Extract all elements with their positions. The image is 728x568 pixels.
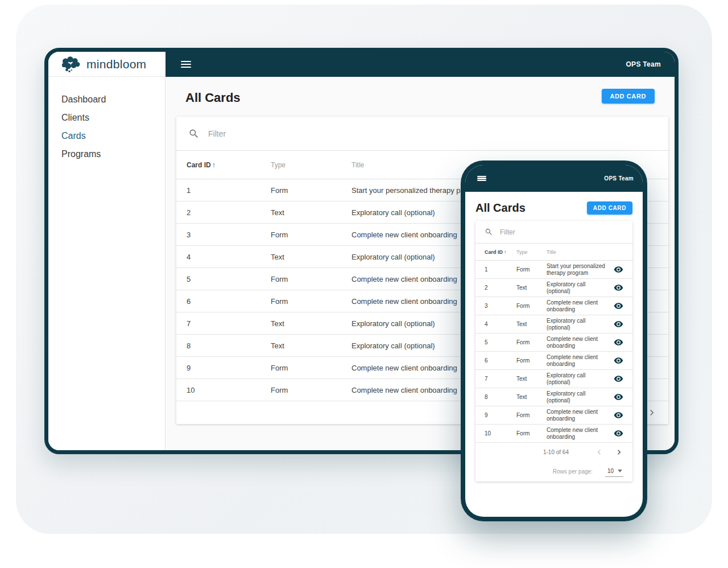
mobile-table-header-row: Card ID↑ Type Title bbox=[475, 244, 632, 261]
cell-type: Form bbox=[271, 297, 351, 306]
mobile-cell-type: Form bbox=[516, 430, 547, 437]
mobile-page-title: All Cards bbox=[475, 201, 526, 215]
mobile-column-header-card-id[interactable]: Card ID↑ bbox=[485, 249, 516, 255]
user-team-label[interactable]: OPS Team bbox=[626, 60, 661, 68]
view-card-eye-icon[interactable] bbox=[612, 337, 623, 347]
sidebar-item[interactable]: Programs bbox=[48, 145, 165, 163]
view-card-eye-icon[interactable] bbox=[612, 265, 623, 274]
mobile-cell-type: Form bbox=[516, 412, 547, 418]
sidebar-item-label: Dashboard bbox=[61, 94, 106, 104]
mobile-table-row: 5 Form Complete new client onboarding bbox=[475, 334, 632, 352]
mobile-user-team-label[interactable]: OPS Team bbox=[604, 175, 634, 182]
mobile-pagination: 1-10 of 64 bbox=[475, 443, 632, 461]
mobile-cell-type: Text bbox=[516, 321, 547, 327]
sort-ascending-icon: ↑ bbox=[212, 161, 216, 169]
cell-type: Text bbox=[271, 253, 351, 261]
view-card-eye-icon[interactable] bbox=[612, 429, 623, 438]
view-card-eye-icon[interactable] bbox=[612, 319, 623, 329]
cell-type: Text bbox=[271, 319, 351, 328]
sidebar-item[interactable]: Dashboard bbox=[48, 90, 165, 109]
filter-input[interactable] bbox=[208, 129, 668, 138]
mobile-table-row: 1 Form Start your personalized therapy p… bbox=[475, 261, 632, 279]
mobile-cell-title: Complete new client onboarding bbox=[547, 427, 612, 441]
rows-per-page-label: Rows per page: bbox=[553, 468, 593, 475]
mobile-column-header-title[interactable]: Title bbox=[547, 249, 623, 256]
rows-per-page-select[interactable]: 10 bbox=[605, 466, 623, 477]
mobile-cards-table-card: Card ID↑ Type Title 1 Form Start your pe… bbox=[475, 221, 632, 481]
mobile-menu-icon[interactable] bbox=[477, 176, 486, 182]
mobile-cell-card-id: 8 bbox=[485, 394, 516, 400]
brain-logo-icon bbox=[61, 56, 81, 73]
brand-logo[interactable]: mindbloom bbox=[48, 52, 166, 77]
mobile-cell-title: Complete new client onboarding bbox=[547, 354, 612, 368]
mobile-cell-type: Form bbox=[516, 303, 547, 309]
mobile-cell-type: Text bbox=[516, 376, 547, 382]
cell-card-id: 9 bbox=[187, 364, 271, 372]
view-card-eye-icon[interactable] bbox=[612, 374, 623, 384]
view-card-eye-icon[interactable] bbox=[612, 392, 623, 402]
menu-icon[interactable] bbox=[181, 61, 191, 68]
mobile-cell-card-id: 10 bbox=[485, 430, 516, 437]
mobile-content: All Cards ADD CARD Card bbox=[465, 192, 643, 517]
cell-type: Form bbox=[271, 364, 351, 372]
mobile-filter-bar bbox=[475, 221, 632, 244]
sidebar-item-label: Cards bbox=[61, 131, 86, 141]
sidebar-item[interactable]: Cards bbox=[48, 127, 165, 145]
mobile-cell-card-id: 1 bbox=[485, 266, 516, 273]
mobile-table-row: 9 Form Complete new client onboarding bbox=[475, 406, 632, 425]
sidebar-item[interactable]: Clients bbox=[48, 109, 165, 127]
cell-card-id: 2 bbox=[187, 208, 271, 217]
view-card-eye-icon[interactable] bbox=[612, 410, 623, 420]
sidebar-item-label: Clients bbox=[61, 113, 89, 122]
mobile-column-header-type[interactable]: Type bbox=[516, 249, 547, 255]
column-header-card-id[interactable]: Card ID↑ bbox=[187, 161, 271, 169]
cell-card-id: 1 bbox=[187, 186, 271, 195]
mobile-cell-title: Exploratory call (optional) bbox=[547, 318, 612, 331]
cell-type: Form bbox=[271, 231, 351, 239]
mobile-cell-title: Exploratory call (optional) bbox=[547, 372, 612, 386]
mobile-table-row: 7 Text Exploratory call (optional) bbox=[475, 370, 632, 388]
page-title: All Cards bbox=[185, 90, 241, 105]
cell-card-id: 5 bbox=[187, 275, 271, 283]
mobile-cell-title: Start your personalized therapy program bbox=[547, 263, 612, 277]
mobile-table-row: 2 Text Exploratory call (optional) bbox=[475, 279, 632, 297]
mobile-cell-card-id: 6 bbox=[485, 357, 516, 364]
next-page-button[interactable] bbox=[647, 408, 657, 418]
rows-per-page-value: 10 bbox=[607, 468, 614, 474]
mobile-next-page-button[interactable] bbox=[615, 448, 623, 456]
view-card-eye-icon[interactable] bbox=[612, 283, 623, 293]
mobile-sort-ascending-icon: ↑ bbox=[504, 249, 507, 255]
mobile-cell-type: Form bbox=[516, 339, 547, 345]
filter-bar bbox=[176, 117, 668, 151]
cell-type: Text bbox=[271, 208, 351, 217]
mobile-cell-title: Complete new client onboarding bbox=[547, 299, 612, 313]
mobile-cell-title: Complete new client onboarding bbox=[547, 336, 612, 349]
column-header-type[interactable]: Type bbox=[271, 161, 351, 169]
add-card-button[interactable]: ADD CARD bbox=[602, 89, 655, 104]
mobile-cell-card-id: 3 bbox=[485, 303, 516, 309]
mobile-table-row: 8 Text Exploratory call (optional) bbox=[475, 388, 632, 406]
mobile-cell-card-id: 2 bbox=[485, 285, 516, 291]
cell-card-id: 7 bbox=[187, 319, 271, 328]
mobile-device-frame: OPS Team All Cards ADD CARD bbox=[461, 160, 647, 521]
mobile-add-card-button[interactable]: ADD CARD bbox=[587, 201, 632, 215]
sidebar-item-label: Programs bbox=[61, 149, 101, 159]
mobile-cell-type: Form bbox=[516, 357, 547, 364]
mobile-search-icon bbox=[485, 228, 493, 236]
mobile-prev-page-button[interactable] bbox=[595, 448, 603, 456]
view-card-eye-icon[interactable] bbox=[612, 356, 623, 365]
mobile-table-row: 3 Form Complete new client onboarding bbox=[475, 297, 632, 315]
mobile-table-row: 6 Form Complete new client onboarding bbox=[475, 352, 632, 370]
mobile-cell-title: Complete new client onboarding bbox=[547, 409, 612, 422]
cell-card-id: 3 bbox=[187, 231, 271, 239]
screenshot-canvas: mindbloom OPS Team Dashboard Clients bbox=[0, 0, 728, 568]
mobile-topbar: OPS Team bbox=[465, 165, 643, 192]
cell-card-id: 10 bbox=[187, 386, 271, 394]
mobile-filter-input[interactable] bbox=[500, 228, 632, 236]
mobile-cell-type: Form bbox=[516, 266, 547, 273]
mobile-cell-card-id: 4 bbox=[485, 321, 516, 327]
mobile-cell-card-id: 5 bbox=[485, 339, 516, 345]
cell-type: Form bbox=[271, 186, 351, 195]
view-card-eye-icon[interactable] bbox=[612, 301, 623, 311]
cell-card-id: 8 bbox=[187, 341, 271, 350]
